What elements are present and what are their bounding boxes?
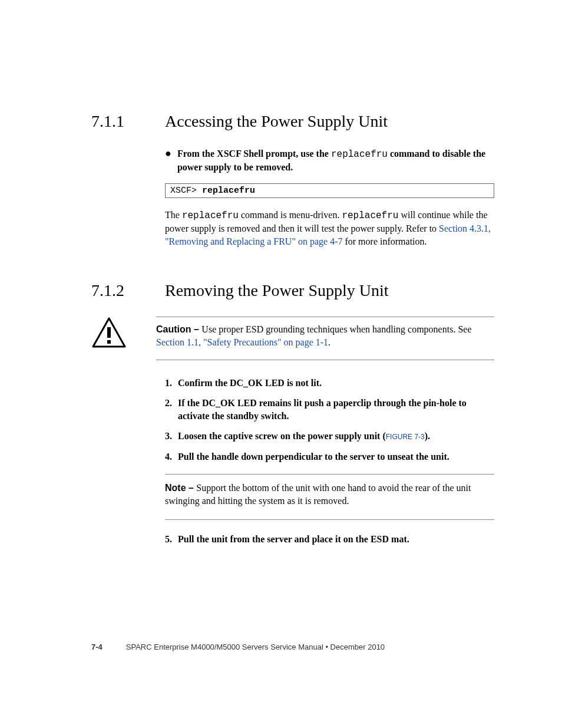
para-cmd1: replacefru — [182, 210, 239, 221]
note-label: Note – — [165, 483, 196, 493]
step-text: Pull the handle down perpendicular to th… — [178, 450, 494, 463]
step-number: 3. — [165, 430, 178, 443]
page-footer: 7-4SPARC Enterprise M4000/M5000 Servers … — [91, 643, 385, 651]
caution-paragraph: Caution – Use proper ESD grounding techn… — [156, 323, 494, 349]
step-number: 5. — [165, 533, 178, 546]
section-711-content: ● From the XSCF Shell prompt, use the re… — [165, 147, 494, 248]
para-text-b: command is menu-driven. — [239, 210, 342, 220]
note-text: Support the bottom of the unit with one … — [165, 483, 471, 506]
para-text-d: for more information. — [342, 236, 427, 246]
step-number: 2. — [165, 397, 178, 423]
document-page: 7.1.1 Accessing the Power Supply Unit ● … — [0, 0, 562, 728]
cross-reference-link[interactable]: Section 1.1, "Safety Precautions" on pag… — [156, 337, 328, 347]
section-712-content: 1. Confirm the DC_OK LED is not lit. 2. … — [165, 377, 494, 546]
paragraph: The replacefru command is menu-driven. r… — [165, 209, 494, 248]
caution-icon — [91, 317, 156, 351]
bullet-cmd: replacefru — [331, 149, 388, 160]
bullet-dot-icon: ● — [165, 147, 171, 159]
code-box: XSCF> replacefru — [165, 183, 494, 198]
step-number: 4. — [165, 450, 178, 463]
para-text-a: The — [165, 210, 182, 220]
step-text: If the DC_OK LED remains lit push a pape… — [178, 397, 494, 423]
code-prompt: XSCF> — [170, 186, 202, 196]
svg-rect-2 — [107, 340, 111, 344]
note-block: Note – Support the bottom of the unit wi… — [165, 474, 494, 520]
caution-text: Use proper ESD grounding techniques when… — [201, 324, 471, 334]
step-text: Pull the unit from the server and place … — [178, 533, 494, 546]
code-command: replacefru — [202, 186, 255, 196]
step-number: 1. — [165, 377, 178, 390]
caution-text-container: Caution – Use proper ESD grounding techn… — [156, 317, 494, 360]
step-text: Confirm the DC_OK LED is not lit. — [178, 377, 494, 390]
caution-label: Caution – — [156, 324, 201, 334]
step-5: 5. Pull the unit from the server and pla… — [165, 533, 494, 546]
step-text: Loosen the captive screw on the power su… — [178, 430, 494, 443]
section-header-711: 7.1.1 Accessing the Power Supply Unit — [91, 112, 494, 131]
bullet-text: From the XSCF Shell prompt, use the repl… — [177, 147, 494, 174]
page-number: 7-4 — [91, 643, 103, 651]
step-4: 4. Pull the handle down perpendicular to… — [165, 450, 494, 463]
section-number: 7.1.2 — [91, 281, 165, 300]
caution-block: Caution – Use proper ESD grounding techn… — [91, 317, 494, 360]
section-number: 7.1.1 — [91, 112, 165, 131]
footer-title: SPARC Enterprise M4000/M5000 Servers Ser… — [126, 643, 385, 651]
bullet-pre: From the XSCF Shell prompt, use the — [177, 149, 331, 159]
section-header-712: 7.1.2 Removing the Power Supply Unit — [91, 281, 494, 300]
section-title: Accessing the Power Supply Unit — [165, 112, 388, 131]
figure-reference-link[interactable]: FIGURE 7-3 — [386, 433, 425, 441]
note-paragraph: Note – Support the bottom of the unit wi… — [165, 482, 494, 508]
step-2: 2. If the DC_OK LED remains lit push a p… — [165, 397, 494, 423]
bullet-item: ● From the XSCF Shell prompt, use the re… — [165, 147, 494, 174]
step3-post: ). — [425, 431, 430, 441]
para-cmd2: replacefru — [342, 210, 398, 221]
step-3: 3. Loosen the captive screw on the power… — [165, 430, 494, 443]
section-title: Removing the Power Supply Unit — [165, 281, 389, 300]
caution-end: . — [328, 337, 330, 347]
step-1: 1. Confirm the DC_OK LED is not lit. — [165, 377, 494, 390]
svg-rect-1 — [107, 327, 111, 338]
step3-pre: Loosen the captive screw on the power su… — [178, 431, 386, 441]
